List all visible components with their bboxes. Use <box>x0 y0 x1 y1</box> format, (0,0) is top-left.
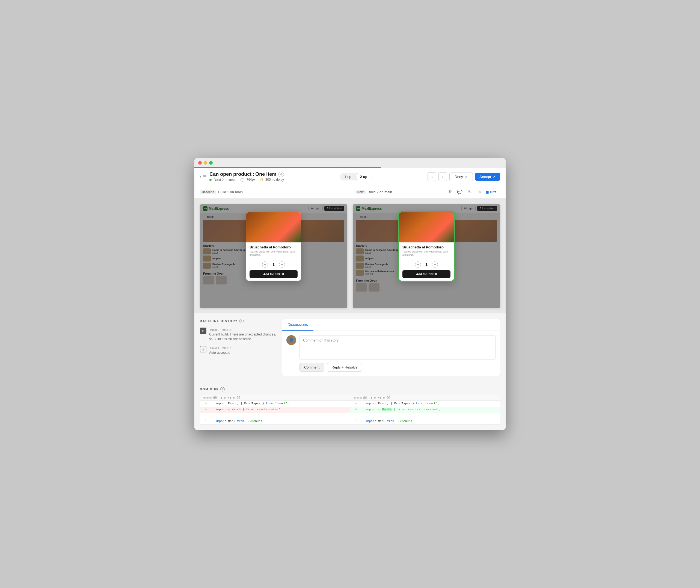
baseline-name: Build 1 on main <box>218 190 243 194</box>
diff-line-right-4: 4 import Menu from './Menu'; <box>350 418 500 424</box>
build1-title: Build 1 791a1d <box>209 346 232 350</box>
view-2up-button[interactable]: 2 up <box>356 173 372 180</box>
diff-panel-left: @@ -1,5 +1,5 @@ 1 import React, { PropTy… <box>200 395 350 424</box>
build-meta: Build 2 on main <box>209 178 236 182</box>
story-title: Can open product <box>209 171 251 177</box>
view-toggle-area: 1 up 2 up <box>340 173 372 180</box>
progress-bar <box>194 167 381 168</box>
back-icon[interactable]: ‹ <box>200 174 201 179</box>
build2-title: Build 2 791a1d <box>209 328 276 332</box>
header: ‹ ☰ Can open product : One item ⊕ Build … <box>194 168 506 185</box>
modal-qty-baseline: − 1 + <box>250 262 298 268</box>
diff-dots-left <box>203 397 212 399</box>
qty-plus-baseline[interactable]: + <box>279 262 285 268</box>
diff-panel-right: @@ -1,5 +1,5 @@ 1 import React, { PropTy… <box>350 395 500 424</box>
help-icon[interactable]: ? <box>239 319 244 323</box>
info-icon[interactable]: ⊕ <box>278 172 284 177</box>
comparison-icons: 👁 💬 ↻ ✕ ▦ Diff <box>446 188 500 196</box>
dot1 <box>203 397 206 399</box>
new-panel: 🍽 MealExpress A Login A Inscription ← Ba… <box>353 204 500 308</box>
diff-line-right-2: 2 + import { Route } from 'react-router-… <box>350 407 500 413</box>
baseline-screenshot: 🍽 MealExpress A Login A Inscription ← Ba… <box>200 204 347 308</box>
eye-icon[interactable]: 👁 <box>446 188 454 196</box>
reply-resolve-button[interactable]: Reply + Resolve <box>327 363 362 372</box>
dom-diff-help-icon[interactable]: ? <box>220 387 225 391</box>
story-meta: Build 2 on main 764px ⏱ 300ms delay <box>209 178 284 182</box>
modal-desc-new: Toasted bread with cherry tomatoes, basi… <box>402 250 450 257</box>
disc-tabs: Discussions <box>282 319 500 331</box>
diff-header-left: @@ -1,5 +1,5 @@ <box>200 395 350 401</box>
menu-icon[interactable]: ☰ <box>203 174 207 179</box>
diff-dots-right <box>354 397 362 399</box>
build2-hash: 791a1d <box>221 328 232 331</box>
titlebar <box>194 158 506 168</box>
add-btn-new[interactable]: Add for £13.50 <box>402 270 450 278</box>
baseline-panel: 🍽 MealExpress A Login A Inscription ← Ba… <box>200 204 347 308</box>
build1-hash: 791a1d <box>221 346 232 350</box>
story-info: Can open product : One item ⊕ Build 2 on… <box>209 171 284 182</box>
comment-actions: Comment Reply + Resolve <box>286 363 496 372</box>
svg-marker-0 <box>241 178 244 182</box>
rotate-icon[interactable]: ↻ <box>466 188 473 196</box>
next-story-button[interactable]: › <box>438 172 447 181</box>
deny-button[interactable]: Deny ✕ <box>449 173 473 181</box>
baseline-history-title: BASELINE HISTORY ? <box>200 319 276 323</box>
diff-line-left-4: 4 import Menu from './Menu'; <box>200 418 350 424</box>
modal-desc-baseline: Toasted bread with cherry tomatoes, basi… <box>250 250 298 257</box>
status-dot <box>209 179 212 181</box>
qty-plus-new[interactable]: + <box>432 262 438 268</box>
build1-icon: ◷ <box>200 346 206 352</box>
close-button[interactable] <box>198 161 202 165</box>
accept-button[interactable]: Accept ✓ <box>475 173 500 181</box>
modal-food-image-new <box>399 212 454 242</box>
qty-value-baseline: 1 <box>272 262 275 267</box>
history-info-2: Build 2 791a1d Current build. There are … <box>209 328 276 341</box>
story-subtitle: One item <box>255 171 276 177</box>
modal-title-baseline: Bruschetta al Pomodoro <box>250 245 298 249</box>
baseline-history: BASELINE HISTORY ? ⊞ Build 2 791a1d Curr… <box>200 319 276 376</box>
size-meta: 764px <box>241 178 255 182</box>
modal-overlay-new: Bruschetta al Pomodoro Toasted bread wit… <box>353 204 500 308</box>
qty-minus-new[interactable]: − <box>415 262 421 268</box>
user-avatar: 👤 <box>286 335 296 345</box>
new-screenshot: 🍽 MealExpress A Login A Inscription ← Ba… <box>353 204 500 308</box>
modal-overlay-baseline: Bruschetta al Pomodoro Toasted bread wit… <box>200 204 347 308</box>
comment-area: 👤 <box>286 335 496 360</box>
dot2-r <box>357 397 359 399</box>
modal-qty-new: − 1 + <box>402 262 450 268</box>
baseline-tag: Baseline <box>200 190 216 194</box>
view-1up-button[interactable]: 1 up <box>340 173 355 180</box>
add-btn-baseline[interactable]: Add for £13.50 <box>250 270 298 278</box>
tab-discussions[interactable]: Discussions <box>282 319 313 331</box>
comment-button[interactable]: Comment <box>299 363 324 372</box>
dom-diff-area: DOM DIFF ? @@ -1,5 +1,5 @@ 1 import Reac <box>194 382 506 430</box>
header-right: ‹ › Deny ✕ Accept ✓ <box>428 172 500 181</box>
traffic-lights <box>198 161 213 165</box>
modal-title-new: Bruschetta al Pomodoro <box>402 245 450 249</box>
dot3 <box>209 397 212 399</box>
dot2 <box>206 397 209 399</box>
new-name: Build 2 on main <box>368 190 392 194</box>
baseline-label: Baseline Build 1 on main <box>194 185 350 198</box>
modal-card-baseline: Bruschetta al Pomodoro Toasted bread wit… <box>246 212 301 280</box>
dom-diff-title: DOM DIFF ? <box>200 382 500 395</box>
prev-story-button[interactable]: ‹ <box>428 172 436 181</box>
diff-button[interactable]: ▦ Diff <box>485 190 496 194</box>
close-icon[interactable]: ✕ <box>476 188 483 196</box>
qty-minus-baseline[interactable]: − <box>262 262 268 268</box>
diff-line-right-1: 1 import React, { PropTypes } from 'reac… <box>350 401 500 407</box>
minimize-button[interactable] <box>204 161 207 165</box>
discussions-panel: Discussions 👤 Comment Reply + Resolve <box>282 319 500 376</box>
bottom-area: BASELINE HISTORY ? ⊞ Build 2 791a1d Curr… <box>194 313 506 382</box>
diff-line-right-3 <box>350 413 500 419</box>
modal-food-image-baseline <box>246 212 301 242</box>
comparison-header: Baseline Build 1 on main New Build 2 on … <box>194 185 506 199</box>
maximize-button[interactable] <box>209 161 213 165</box>
comment-input[interactable] <box>299 335 496 360</box>
nav-icons[interactable]: ‹ ☰ <box>200 174 207 179</box>
build1-desc: Auto-accepted <box>209 351 232 355</box>
check-icon: ✓ <box>493 175 496 179</box>
size-icon <box>241 178 244 182</box>
diff-line-left-2: 2 − import { Match } from 'react-router'… <box>200 407 350 413</box>
chat-icon[interactable]: 💬 <box>456 188 464 196</box>
